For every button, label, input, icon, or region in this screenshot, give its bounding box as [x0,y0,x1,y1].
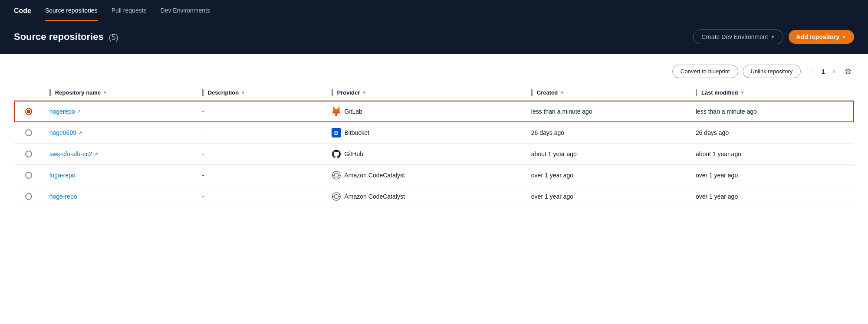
codecatalyst-icon [332,192,341,201]
repo-name-link[interactable]: aws-cfn-alb-ec2↗ [49,151,98,157]
row-select-cell[interactable] [14,186,43,207]
radio-button[interactable] [25,193,32,200]
table-row[interactable]: hoge0609↗ - B Bitbucket 26 days ago 26 d… [14,122,854,144]
col-name-label: Repository name [55,89,101,96]
table-row[interactable]: fuga-repo - Amazon CodeCatalyst over 1 y… [14,165,854,186]
add-repo-caret-icon: ▼ [842,35,846,39]
external-link-icon: ↗ [94,151,98,157]
repo-created-cell: over 1 year ago [525,165,690,186]
col-created-label: Created [537,89,558,96]
nav-item-dev-environments[interactable]: Dev Environments [161,1,210,21]
repo-created-cell: over 1 year ago [525,186,690,207]
table-header-row: Repository name ▼ Description ▼ Provider… [14,85,854,101]
repo-modified-cell: over 1 year ago [690,165,854,186]
repo-name-link[interactable]: hoge-repo [49,193,77,200]
col-header-description[interactable]: Description ▼ [196,85,326,101]
col-desc-sort-icon: ▼ [241,90,245,95]
table-row[interactable]: hoge-repo - Amazon CodeCatalyst over 1 y… [14,186,854,207]
nav-item-pull-requests[interactable]: Pull requests [112,1,147,21]
repo-description-cell: - [196,186,326,207]
col-header-repo-name[interactable]: Repository name ▼ [43,85,196,101]
repo-description-cell: - [196,122,326,144]
radio-button[interactable] [25,129,32,136]
repo-description-cell: - [196,144,326,165]
add-repository-button[interactable]: Add repository ▼ [789,30,854,44]
unlink-repository-button[interactable]: Unlink repository [743,65,801,78]
repo-modified-cell: less than a minute ago [690,101,854,122]
radio-button[interactable] [25,108,32,115]
col-header-select [14,85,43,101]
gitlab-icon: 🦊 [332,107,341,116]
repositories-table: Repository name ▼ Description ▼ Provider… [14,85,854,207]
repo-name-link[interactable]: hogerepo↗ [49,108,81,115]
table-row[interactable]: aws-cfn-alb-ec2↗ - GitHub about 1 year a… [14,144,854,165]
col-provider-label: Provider [337,89,360,96]
repo-created-cell: less than a minute ago [525,101,690,122]
toolbar-row: Convert to blueprint Unlink repository ‹… [14,65,854,78]
repo-created-cell: 26 days ago [525,122,690,144]
row-select-cell[interactable] [14,165,43,186]
repo-name-cell: fuga-repo [43,165,196,186]
repo-created-cell: about 1 year ago [525,144,690,165]
row-select-cell[interactable] [14,101,43,122]
main-content: Convert to blueprint Unlink repository ‹… [0,54,868,218]
col-modified-sort-icon: ▼ [740,90,744,95]
page-title-text: Source repositories [14,31,104,42]
convert-to-blueprint-button[interactable]: Convert to blueprint [672,65,738,78]
repo-name-cell: aws-cfn-alb-ec2↗ [43,144,196,165]
repo-name-link[interactable]: hoge0609↗ [49,129,82,136]
provider-name: Bitbucket [345,129,370,136]
top-navigation: Code Source repositories Pull requests D… [0,0,868,22]
col-provider-sort-icon: ▼ [362,90,366,95]
repo-description-cell: - [196,165,326,186]
row-select-cell[interactable] [14,144,43,165]
codecatalyst-icon [332,170,341,180]
pagination-current-page: 1 [819,68,828,75]
repo-provider-cell: 🦊 GitLab [326,101,525,122]
create-dev-caret-icon: ▼ [771,35,775,39]
repo-provider-cell: B Bitbucket [326,122,525,144]
col-name-sort-icon: ▼ [103,90,107,95]
radio-button[interactable] [25,151,32,157]
table-settings-button[interactable]: ⚙ [842,66,854,77]
repo-name-cell: hoge-repo [43,186,196,207]
col-header-created[interactable]: Created ▼ [525,85,690,101]
repo-name-cell: hoge0609↗ [43,122,196,144]
pagination-next-button[interactable]: › [830,67,838,76]
page-title: Source repositories (5) [14,31,118,42]
pagination-control: ‹ 1 › [809,67,838,76]
repo-name-link[interactable]: fuga-repo [49,172,76,179]
brand-logo: Code [14,7,31,15]
provider-name: GitLab [345,108,362,115]
table-row[interactable]: hogerepo↗ - 🦊 GitLab less than a minute … [14,101,854,122]
page-title-group: Source repositories (5) [14,31,118,43]
radio-button[interactable] [25,172,32,179]
provider-name: GitHub [345,151,364,157]
col-created-sort-icon: ▼ [560,90,564,95]
repo-name-cell: hogerepo↗ [43,101,196,122]
bitbucket-icon: B [332,128,341,137]
nav-item-source-repositories[interactable]: Source repositories [45,1,98,21]
create-dev-btn-label: Create Dev Environment [701,33,768,40]
github-icon [332,149,341,159]
col-header-last-modified[interactable]: Last modified ▼ [690,85,854,101]
provider-name: Amazon CodeCatalyst [345,172,405,179]
row-select-cell[interactable] [14,122,43,144]
provider-name: Amazon CodeCatalyst [345,193,405,200]
add-repo-btn-label: Add repository [796,33,840,40]
repo-provider-cell: Amazon CodeCatalyst [326,165,525,186]
create-dev-environment-button[interactable]: Create Dev Environment ▼ [693,29,783,44]
external-link-icon: ↗ [78,130,82,136]
external-link-icon: ↗ [77,109,81,115]
header-actions: Create Dev Environment ▼ Add repository … [693,29,854,44]
repo-provider-cell: GitHub [326,144,525,165]
svg-point-5 [334,194,338,198]
repo-provider-cell: Amazon CodeCatalyst [326,186,525,207]
page-count-badge: (5) [109,33,118,42]
repo-modified-cell: over 1 year ago [690,186,854,207]
col-modified-label: Last modified [701,89,738,96]
col-header-provider[interactable]: Provider ▼ [326,85,525,101]
col-desc-label: Description [208,89,239,96]
repo-description-cell: - [196,101,326,122]
pagination-prev-button[interactable]: ‹ [809,67,816,76]
